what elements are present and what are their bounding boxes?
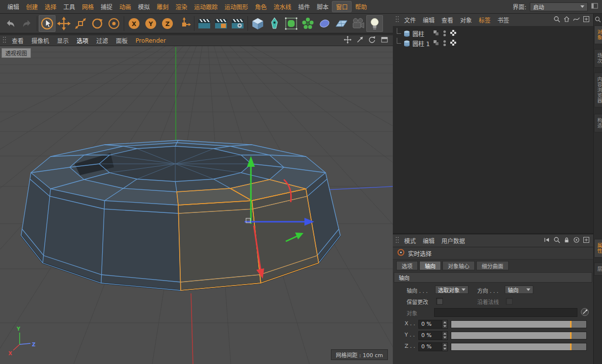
lock-icon[interactable]	[563, 236, 570, 245]
object-manager-list[interactable]: 圆柱 圆柱 1	[393, 26, 593, 233]
side-tab-structure[interactable]: 构造	[594, 114, 602, 132]
x-slider[interactable]	[451, 320, 587, 328]
rotate-tool[interactable]	[89, 15, 106, 32]
camera-button[interactable]	[350, 15, 366, 32]
search-icon[interactable]	[553, 236, 560, 245]
menu-item-sculpt[interactable]: 雕刻	[153, 1, 172, 12]
perspective-viewport[interactable]: Y Z X 透视视图 网格间距 : 100 cm	[0, 46, 393, 364]
z-value-field[interactable]: 0 %	[418, 342, 448, 351]
layer-icon[interactable]	[433, 40, 439, 47]
direction-dropdown[interactable]: 轴向	[505, 286, 533, 294]
x-spin-up[interactable]	[442, 320, 447, 324]
scale-tool[interactable]	[72, 15, 89, 32]
menu-item-motion-tracker[interactable]: 运动跟踪	[191, 1, 221, 12]
texture-tag-icon[interactable]	[450, 30, 456, 37]
tab-axis[interactable]: 轴向	[419, 261, 441, 270]
om-menu-file[interactable]: 文件	[401, 15, 419, 25]
zoom-view-icon[interactable]	[356, 36, 364, 45]
vmenu-cameras[interactable]: 摄像机	[28, 36, 53, 45]
side-tab-objects[interactable]: 对象	[594, 26, 602, 44]
gizmo-center-handle[interactable]	[246, 218, 250, 223]
am-menu-edit[interactable]: 编辑	[420, 236, 438, 245]
view-label[interactable]: 透视视图	[1, 48, 31, 58]
om-menu-tags[interactable]: 标签	[476, 15, 493, 25]
x-spin-down[interactable]	[442, 324, 447, 328]
search-icon[interactable]	[595, 16, 601, 24]
visibility-dots[interactable]	[443, 39, 446, 47]
menu-item-tools[interactable]: 工具	[60, 1, 79, 12]
coordinate-system-button[interactable]	[176, 15, 192, 32]
y-value-field[interactable]: 0 %	[418, 331, 448, 340]
cylinder-object-icon[interactable]	[403, 40, 410, 47]
menu-item-snap[interactable]: 捕捉	[97, 1, 116, 12]
palette-icon[interactable]	[591, 2, 598, 11]
om-menu-edit[interactable]: 编辑	[420, 15, 438, 25]
om-menu-bookmarks[interactable]: 书签	[494, 15, 512, 25]
home-icon[interactable]	[563, 16, 570, 24]
z-slider[interactable]	[451, 343, 587, 351]
eyedropper-icon[interactable]	[580, 308, 589, 318]
menu-item-edit[interactable]: 编辑	[4, 1, 23, 12]
deformer-button[interactable]	[316, 15, 333, 32]
menu-item-mograph[interactable]: 运动图形	[221, 1, 251, 12]
keep-changes-checkbox[interactable]	[436, 298, 443, 305]
lock-y-axis-button[interactable]: Y	[142, 15, 159, 32]
side-tab-layers[interactable]: 层	[594, 262, 602, 276]
menu-item-pipeline[interactable]: 流水线	[270, 1, 295, 12]
om-menu-view[interactable]: 查看	[438, 15, 456, 25]
y-spin-down[interactable]	[442, 336, 447, 339]
light-button[interactable]	[366, 15, 383, 32]
floor-plane-button[interactable]	[333, 15, 350, 32]
redo-button[interactable]	[19, 15, 35, 32]
vmenu-prorender[interactable]: ProRender	[132, 37, 169, 45]
om-menu-objects[interactable]: 对象	[457, 15, 475, 25]
menu-item-render[interactable]: 渲染	[172, 1, 191, 12]
menu-item-select[interactable]: 选择	[41, 1, 60, 12]
side-tab-takes[interactable]: 场次	[594, 49, 602, 68]
menu-item-animate[interactable]: 动画	[116, 1, 135, 12]
object-name[interactable]: 圆柱 1	[412, 39, 430, 48]
menu-item-help[interactable]: 帮助	[352, 1, 370, 12]
last-tool-used[interactable]	[106, 15, 122, 32]
tab-options[interactable]: 选项	[396, 261, 418, 270]
y-spin-up[interactable]	[442, 332, 447, 336]
pan-view-icon[interactable]	[344, 36, 352, 45]
object-row-cylinder[interactable]: 圆柱	[393, 28, 593, 38]
am-menu-mode[interactable]: 模式	[401, 236, 419, 245]
tab-subdivision-surface[interactable]: 细分曲面	[476, 261, 509, 270]
y-slider[interactable]	[451, 332, 587, 339]
undo-button[interactable]	[2, 15, 19, 32]
vmenu-panel[interactable]: 面板	[112, 36, 131, 45]
add-panel-icon[interactable]	[583, 16, 590, 24]
x-value-field[interactable]: 0 %	[418, 320, 448, 329]
mesh-object[interactable]	[21, 140, 340, 290]
object-row-cylinder-1[interactable]: 圆柱 1	[393, 38, 593, 48]
cylinder-object-icon[interactable]	[403, 30, 410, 37]
move-tool[interactable]	[55, 15, 72, 32]
mograph-cloner-button[interactable]	[300, 15, 316, 32]
toggle-view-icon[interactable]	[381, 36, 388, 45]
live-selection-tool[interactable]	[39, 15, 55, 32]
vmenu-view[interactable]: 查看	[8, 36, 27, 45]
vmenu-options[interactable]: 选项	[73, 36, 92, 45]
panel-grip-icon[interactable]	[2, 36, 7, 45]
target-icon[interactable]	[573, 236, 580, 245]
rotate-view-icon[interactable]	[368, 36, 376, 45]
lock-x-axis-button[interactable]: X	[126, 15, 142, 32]
vmenu-filter[interactable]: 过滤	[93, 36, 111, 45]
render-settings-button[interactable]	[229, 15, 246, 32]
menu-item-simulate[interactable]: 模拟	[135, 1, 153, 12]
object-name[interactable]: 圆柱	[412, 29, 424, 38]
lock-z-axis-button[interactable]: Z	[159, 15, 176, 32]
menu-item-mesh[interactable]: 网格	[79, 1, 97, 12]
tab-object-axis[interactable]: 对象轴心	[442, 261, 475, 270]
menu-item-plugins[interactable]: 插件	[295, 1, 313, 12]
z-spin-up[interactable]	[442, 343, 447, 347]
spline-pen-button[interactable]	[266, 15, 283, 32]
axis-mode-dropdown[interactable]: 选取对象	[435, 286, 468, 294]
menu-item-script[interactable]: 脚本	[313, 1, 332, 12]
side-tab-attributes[interactable]: 属性	[594, 239, 602, 258]
texture-tag-icon[interactable]	[450, 40, 456, 47]
z-spin-down[interactable]	[442, 347, 447, 351]
panel-grip-icon[interactable]	[395, 236, 400, 245]
